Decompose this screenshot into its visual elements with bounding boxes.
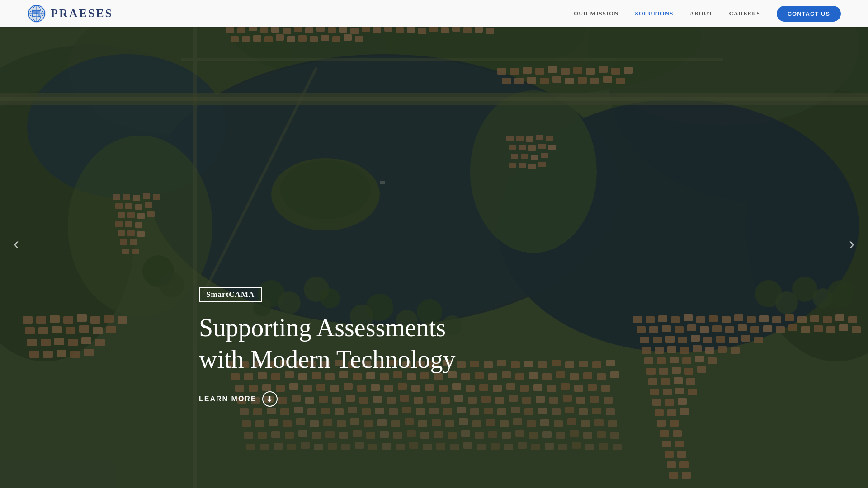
nav-our-mission[interactable]: OUR MISSION (574, 10, 619, 17)
hero-content: SmartCAMA Supporting Assessments with Mo… (199, 287, 455, 407)
logo-icon (27, 4, 46, 23)
nav-careers[interactable]: CAREERS (729, 10, 760, 17)
hero-overlay (0, 0, 868, 488)
carousel-next-button[interactable]: › (844, 230, 859, 258)
hero-title-line2: with Modern Technology (199, 345, 455, 373)
nav-about[interactable]: ABOUT (689, 10, 712, 17)
download-circle-icon: ⬇ (262, 391, 278, 407)
product-badge: SmartCAMA (199, 287, 262, 302)
logo-text: PRAESES (51, 7, 113, 20)
hero-title: Supporting Assessments with Modern Techn… (199, 312, 455, 375)
chevron-right-icon: › (849, 235, 854, 253)
nav-links: OUR MISSION SOLUTIONS ABOUT CAREERS CONT… (574, 6, 841, 22)
contact-us-button[interactable]: CONTACT US (777, 6, 841, 22)
carousel-prev-button[interactable]: ‹ (9, 230, 24, 258)
logo[interactable]: PRAESES (27, 4, 113, 23)
chevron-left-icon: ‹ (14, 235, 19, 253)
hero-section: PRAESES OUR MISSION SOLUTIONS ABOUT CARE… (0, 0, 868, 488)
nav-solutions[interactable]: SOLUTIONS (635, 10, 674, 17)
learn-more-button[interactable]: LEARN MORE ⬇ (199, 391, 278, 407)
learn-more-label: LEARN MORE (199, 395, 257, 403)
hero-title-line1: Supporting Assessments (199, 314, 446, 342)
navbar: PRAESES OUR MISSION SOLUTIONS ABOUT CARE… (0, 0, 868, 27)
